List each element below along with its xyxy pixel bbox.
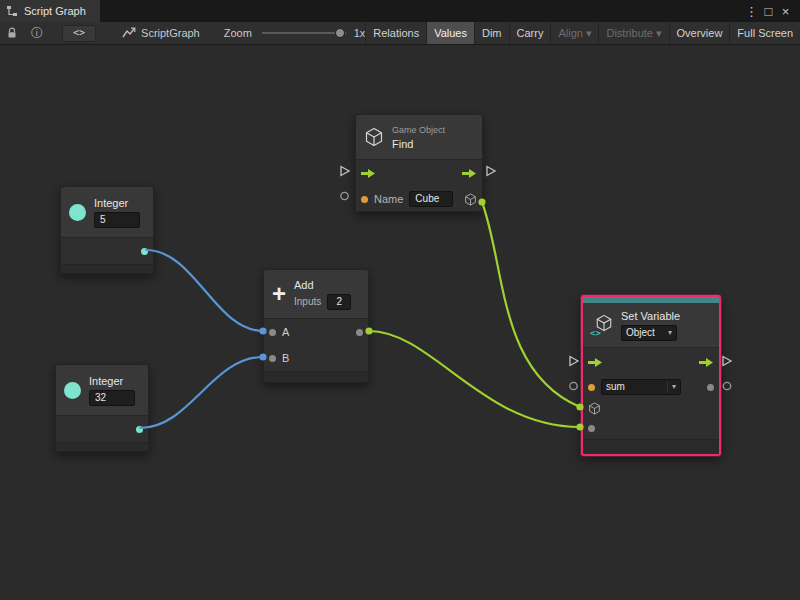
flow-in-arrow-icon[interactable] <box>361 168 376 179</box>
port-label: Name <box>374 193 403 205</box>
node-title: Find <box>392 138 445 150</box>
zoom-label: Zoom <box>224 27 252 39</box>
code-view-button[interactable]: <> <box>62 25 96 42</box>
name-value-field[interactable]: Cube <box>409 191 453 207</box>
variable-name-dropdown[interactable]: sum ▾ <box>601 379 681 395</box>
close-icon[interactable]: × <box>777 4 794 19</box>
set-variable-icon: <> <box>591 314 613 336</box>
fullscreen-button[interactable]: Full Screen <box>729 22 800 44</box>
input-a-port[interactable] <box>269 329 276 336</box>
relations-button[interactable]: Relations <box>365 22 426 44</box>
lock-icon[interactable] <box>0 27 24 39</box>
node-title: Integer <box>94 197 140 209</box>
integer-icon <box>64 382 81 399</box>
tab-title: Script Graph <box>24 5 86 17</box>
integer-icon <box>69 204 86 221</box>
flow-out-arrow-icon[interactable] <box>699 357 714 368</box>
graph-tab-icon <box>6 5 18 17</box>
sum-output-port[interactable] <box>356 329 363 336</box>
dim-button[interactable]: Dim <box>474 22 509 44</box>
script-graph-window: Script Graph ⋮ □ × ⓘ <> ScriptGraph Zoom <box>0 0 800 600</box>
zoom-slider-track <box>262 32 346 34</box>
info-icon[interactable]: ⓘ <box>24 25 50 42</box>
port-label-a: A <box>282 326 289 338</box>
add-icon: + <box>272 283 286 305</box>
game-object-cube-icon <box>364 127 384 147</box>
game-object-output-port[interactable] <box>464 193 477 206</box>
integer-output-port[interactable] <box>141 248 148 255</box>
node-integer-bottom[interactable]: Integer 32 <box>55 364 149 452</box>
node-add[interactable]: + Add Inputs 2 A B <box>263 269 369 383</box>
output-value-port[interactable] <box>707 384 714 391</box>
port-label-b: B <box>282 352 289 364</box>
name-input-port[interactable] <box>361 196 368 203</box>
zoom-slider[interactable] <box>262 26 346 40</box>
integer-value-field[interactable]: 32 <box>89 390 135 406</box>
object-input-port[interactable] <box>588 402 601 415</box>
scope-value: Object <box>626 327 655 339</box>
node-title: Integer <box>89 375 135 387</box>
dropdown-caret-icon: ▾ <box>668 327 672 339</box>
graph-breadcrumb[interactable]: ScriptGraph <box>122 27 200 39</box>
zoom-value: 1x <box>354 27 366 39</box>
variable-name-value: sum <box>606 381 625 393</box>
carry-button[interactable]: Carry <box>509 22 551 44</box>
variable-scope-dropdown[interactable]: Object ▾ <box>621 325 677 341</box>
inputs-count-field[interactable]: 2 <box>327 294 351 310</box>
node-title: Add <box>294 279 351 291</box>
zoom-slider-handle[interactable] <box>335 28 345 38</box>
node-title: Set Variable <box>621 310 680 322</box>
toolbar-buttons: Relations Values Dim Carry Align ▾ Distr… <box>365 22 800 44</box>
distribute-button[interactable]: Distribute ▾ <box>598 22 668 44</box>
tab-script-graph[interactable]: Script Graph <box>0 0 100 22</box>
flow-out-arrow-icon[interactable] <box>462 168 477 179</box>
script-graph-icon <box>122 27 136 39</box>
code-glyph: <> <box>590 328 601 338</box>
value-input-port[interactable] <box>588 425 595 432</box>
overview-button[interactable]: Overview <box>669 22 730 44</box>
menu-icon[interactable]: ⋮ <box>743 4 760 19</box>
graph-name: ScriptGraph <box>141 27 200 39</box>
flow-in-arrow-icon[interactable] <box>588 357 603 368</box>
align-button[interactable]: Align ▾ <box>550 22 598 44</box>
integer-value-field[interactable]: 5 <box>94 212 140 228</box>
inputs-label: Inputs <box>294 296 321 307</box>
title-bar: Script Graph ⋮ □ × <box>0 0 800 22</box>
node-find[interactable]: Game Object Find Name Cube <box>355 114 483 212</box>
dropdown-caret-icon: ▾ <box>667 381 676 393</box>
graph-toolbar: ⓘ <> ScriptGraph Zoom 1x Relations Value… <box>0 22 800 45</box>
integer-output-port[interactable] <box>136 426 143 433</box>
values-button[interactable]: Values <box>426 22 474 44</box>
maximize-icon[interactable]: □ <box>760 4 777 19</box>
node-category: Game Object <box>392 125 445 135</box>
variable-name-port[interactable] <box>588 384 595 391</box>
window-controls: ⋮ □ × <box>743 0 800 22</box>
node-set-variable[interactable]: <> Set Variable Object ▾ <box>581 295 721 456</box>
input-b-port[interactable] <box>269 355 276 362</box>
node-integer-top[interactable]: Integer 5 <box>60 186 154 274</box>
